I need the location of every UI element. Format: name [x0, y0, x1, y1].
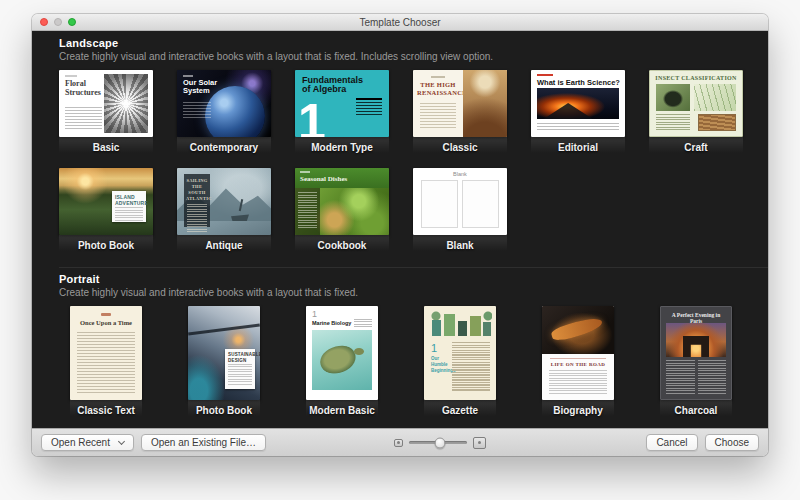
cover-title: LIFE ON THE ROAD	[542, 362, 614, 367]
template-cover-photo-book: ISLAND ADVENTURE	[59, 168, 153, 235]
template-modern-type[interactable]: Fundamentals of Algebra 1 Modern Type	[295, 70, 389, 165]
cover-body-text	[666, 360, 695, 394]
section-landscape: Landscape Create highly visual and inter…	[59, 37, 768, 263]
template-cover-blank: Blank	[413, 168, 507, 235]
open-existing-file-button[interactable]: Open an Existing File…	[141, 434, 266, 451]
template-editorial[interactable]: What is Earth Science? Editorial	[531, 70, 625, 165]
paris-arc-photo	[666, 323, 726, 357]
cover-body-text	[698, 360, 727, 394]
template-label: Biography	[531, 405, 625, 416]
cover-title: SUSTAINABLE DESIGN	[228, 352, 252, 363]
template-modern-basic[interactable]: 1 Marine Biology Modern Basic	[295, 306, 389, 428]
cover-title: THE HIGH RENAISSANCE	[417, 81, 459, 97]
template-cover-biography: LIFE ON THE ROAD	[542, 306, 614, 400]
template-label: Craft	[649, 142, 743, 153]
cover-title: ISLAND ADVENTURE	[115, 194, 143, 206]
blank-columns	[421, 180, 499, 228]
cover-kicker-bar	[300, 171, 310, 173]
footer-actions: Cancel Choose	[646, 434, 759, 451]
cover-title: What is Earth Science?	[537, 78, 620, 87]
portrait-section-description: Create highly visual and interactive boo…	[59, 287, 768, 298]
wood-beetle-illustration	[698, 114, 736, 131]
cover-text-card: SUSTAINABLE DESIGN	[225, 349, 255, 389]
cover-body-text	[420, 103, 456, 129]
template-cover-charcoal: A Perfect Evening in Paris	[660, 306, 732, 400]
cover-body-text	[298, 192, 317, 228]
template-label: Classic	[413, 142, 507, 153]
template-chooser-window: Template Chooser Landscape Create highly…	[32, 14, 768, 456]
cover-title: Marine Biology	[312, 320, 351, 326]
landscape-row-1: Floral Structures Basic Our Solar System	[59, 70, 768, 165]
small-thumbnail-icon	[394, 439, 403, 447]
template-basic[interactable]: Floral Structures Basic	[59, 70, 153, 165]
turtle-head	[354, 348, 364, 355]
portrait-section-title: Portrait	[59, 273, 768, 285]
blank-column	[421, 180, 458, 228]
zoom-slider[interactable]	[409, 441, 467, 444]
plant-illustration	[694, 84, 736, 111]
minimize-button[interactable]	[54, 18, 62, 26]
choose-button[interactable]: Choose	[705, 434, 759, 451]
template-label: Blank	[413, 240, 507, 251]
cover-title: Our Humble Beginnings	[431, 356, 448, 374]
template-biography[interactable]: LIFE ON THE ROAD Biography	[531, 306, 625, 428]
cover-body-text	[183, 102, 211, 118]
cover-body-text	[452, 342, 490, 392]
zoom-button[interactable]	[68, 18, 76, 26]
template-gazette[interactable]: 1 Our Humble Beginnings Gazette	[413, 306, 507, 428]
volcano-silhouette	[544, 103, 593, 119]
cover-title: Floral Structures	[65, 80, 103, 98]
template-cover-editorial: What is Earth Science?	[531, 70, 625, 137]
zoom-slider-thumb[interactable]	[435, 437, 446, 448]
cover-chapter-number: 1	[298, 100, 326, 137]
traffic-lights	[40, 14, 76, 30]
village-illustration	[428, 308, 492, 336]
template-classic-text[interactable]: Once Upon a Time Classic Text	[59, 306, 153, 428]
cancel-button[interactable]: Cancel	[646, 434, 697, 451]
template-contemporary[interactable]: Our Solar System Contemporary	[177, 70, 271, 165]
cover-kicker-bar	[537, 74, 553, 76]
template-blank[interactable]: Blank Blank	[413, 168, 507, 263]
template-label: Classic Text	[59, 405, 153, 416]
thumbnail-zoom-control	[394, 429, 486, 456]
open-recent-button[interactable]: Open Recent	[41, 434, 134, 451]
cover-title: Blank	[413, 171, 507, 177]
template-label: Photo Book	[177, 405, 271, 416]
cover-body-text	[656, 114, 690, 131]
turtle-shape	[318, 341, 362, 377]
template-classic[interactable]: THE HIGH RENAISSANCE Classic	[413, 70, 507, 165]
renaissance-painting	[463, 70, 507, 137]
guitarist-photo	[542, 306, 614, 354]
close-button[interactable]	[40, 18, 48, 26]
house-roofline	[188, 324, 260, 336]
cover-body-text	[115, 207, 143, 222]
cover-text-panel: SAILING THE SOUTH ATLANTIC	[184, 174, 210, 227]
landscape-row-2: ISLAND ADVENTURE Photo Book SAILING THE …	[59, 168, 768, 263]
cover-body-text	[77, 332, 135, 394]
template-charcoal[interactable]: A Perfect Evening in Paris Charcoal	[649, 306, 743, 428]
cover-body-text	[65, 107, 102, 131]
template-label: Charcoal	[649, 405, 743, 416]
template-label: Basic	[59, 142, 153, 153]
template-cover-classic: THE HIGH RENAISSANCE	[413, 70, 507, 137]
portrait-row: Once Upon a Time Classic Text SUSTAINABL…	[59, 306, 768, 428]
cover-title: SAILING THE SOUTH ATLANTIC	[186, 178, 208, 202]
template-craft[interactable]: INSECT CLASSIFICATION Craft	[649, 70, 743, 165]
cover-chapter-number: 1	[312, 309, 317, 319]
window-titlebar: Template Chooser	[32, 14, 768, 31]
template-antique[interactable]: SAILING THE SOUTH ATLANTIC Antique	[177, 168, 271, 263]
template-label: Cookbook	[295, 240, 389, 251]
blank-column	[462, 180, 499, 228]
cover-header-band: Seasonal Dishes	[295, 168, 389, 188]
template-photo-book-landscape[interactable]: ISLAND ADVENTURE Photo Book	[59, 168, 153, 263]
cover-kicker-bar	[65, 75, 77, 77]
section-portrait: Portrait Create highly visual and intera…	[59, 267, 768, 428]
cover-text-card: ISLAND ADVENTURE	[112, 191, 146, 222]
cover-title: Once Upon a Time	[70, 319, 142, 326]
cover-title: Our Solar System	[183, 79, 219, 96]
template-photo-book-portrait[interactable]: SUSTAINABLE DESIGN Photo Book	[177, 306, 271, 428]
template-cover-antique: SAILING THE SOUTH ATLANTIC	[177, 168, 271, 235]
large-thumbnail-icon	[473, 437, 486, 449]
template-label: Antique	[177, 240, 271, 251]
template-cookbook[interactable]: Seasonal Dishes Cookbook	[295, 168, 389, 263]
